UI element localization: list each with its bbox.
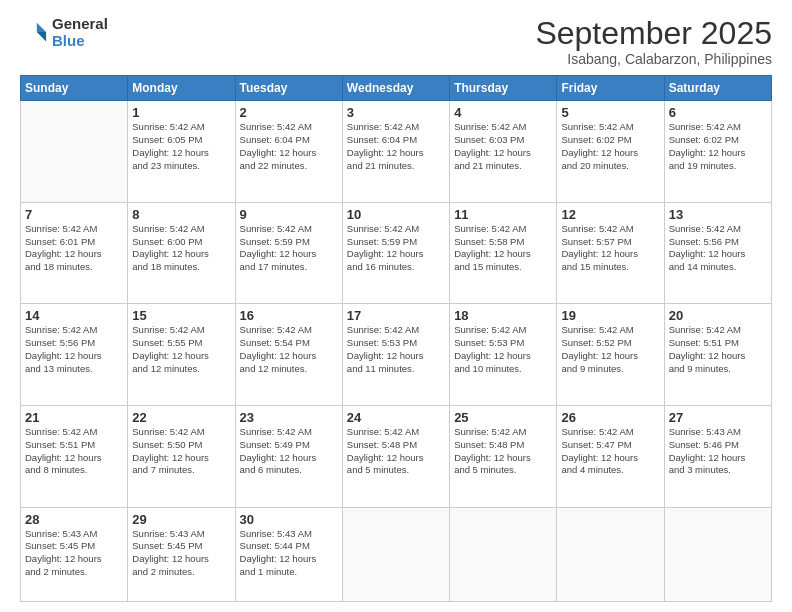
table-cell: 16Sunrise: 5:42 AM Sunset: 5:54 PM Dayli… (235, 304, 342, 406)
table-cell: 3Sunrise: 5:42 AM Sunset: 6:04 PM Daylig… (342, 101, 449, 203)
day-number: 20 (669, 308, 767, 323)
week-row-0: 1Sunrise: 5:42 AM Sunset: 6:05 PM Daylig… (21, 101, 772, 203)
table-cell (21, 101, 128, 203)
day-number: 27 (669, 410, 767, 425)
day-info: Sunrise: 5:42 AM Sunset: 6:04 PM Dayligh… (240, 121, 338, 172)
page: General Blue September 2025 Isabang, Cal… (0, 0, 792, 612)
week-row-1: 7Sunrise: 5:42 AM Sunset: 6:01 PM Daylig… (21, 202, 772, 304)
day-number: 22 (132, 410, 230, 425)
day-number: 23 (240, 410, 338, 425)
day-number: 5 (561, 105, 659, 120)
col-tuesday: Tuesday (235, 76, 342, 101)
day-info: Sunrise: 5:42 AM Sunset: 5:59 PM Dayligh… (240, 223, 338, 274)
week-row-4: 28Sunrise: 5:43 AM Sunset: 5:45 PM Dayli… (21, 507, 772, 602)
day-number: 8 (132, 207, 230, 222)
title-section: September 2025 Isabang, Calabarzon, Phil… (535, 16, 772, 67)
logo-icon (20, 19, 48, 47)
day-number: 2 (240, 105, 338, 120)
day-number: 30 (240, 512, 338, 527)
day-number: 9 (240, 207, 338, 222)
day-info: Sunrise: 5:42 AM Sunset: 5:58 PM Dayligh… (454, 223, 552, 274)
day-info: Sunrise: 5:42 AM Sunset: 5:49 PM Dayligh… (240, 426, 338, 477)
table-cell: 21Sunrise: 5:42 AM Sunset: 5:51 PM Dayli… (21, 405, 128, 507)
day-number: 19 (561, 308, 659, 323)
table-cell: 27Sunrise: 5:43 AM Sunset: 5:46 PM Dayli… (664, 405, 771, 507)
day-number: 29 (132, 512, 230, 527)
day-info: Sunrise: 5:42 AM Sunset: 5:52 PM Dayligh… (561, 324, 659, 375)
table-cell: 14Sunrise: 5:42 AM Sunset: 5:56 PM Dayli… (21, 304, 128, 406)
table-cell (450, 507, 557, 602)
day-info: Sunrise: 5:43 AM Sunset: 5:46 PM Dayligh… (669, 426, 767, 477)
day-number: 18 (454, 308, 552, 323)
table-cell: 24Sunrise: 5:42 AM Sunset: 5:48 PM Dayli… (342, 405, 449, 507)
table-cell: 28Sunrise: 5:43 AM Sunset: 5:45 PM Dayli… (21, 507, 128, 602)
table-cell: 7Sunrise: 5:42 AM Sunset: 6:01 PM Daylig… (21, 202, 128, 304)
table-cell: 13Sunrise: 5:42 AM Sunset: 5:56 PM Dayli… (664, 202, 771, 304)
day-info: Sunrise: 5:42 AM Sunset: 6:00 PM Dayligh… (132, 223, 230, 274)
day-info: Sunrise: 5:42 AM Sunset: 5:51 PM Dayligh… (669, 324, 767, 375)
col-thursday: Thursday (450, 76, 557, 101)
day-number: 3 (347, 105, 445, 120)
week-row-2: 14Sunrise: 5:42 AM Sunset: 5:56 PM Dayli… (21, 304, 772, 406)
table-cell: 6Sunrise: 5:42 AM Sunset: 6:02 PM Daylig… (664, 101, 771, 203)
svg-marker-1 (37, 32, 46, 41)
day-info: Sunrise: 5:42 AM Sunset: 5:56 PM Dayligh… (25, 324, 123, 375)
day-info: Sunrise: 5:42 AM Sunset: 6:02 PM Dayligh… (669, 121, 767, 172)
subtitle: Isabang, Calabarzon, Philippines (535, 51, 772, 67)
day-number: 25 (454, 410, 552, 425)
col-saturday: Saturday (664, 76, 771, 101)
table-cell (557, 507, 664, 602)
main-title: September 2025 (535, 16, 772, 51)
table-cell: 17Sunrise: 5:42 AM Sunset: 5:53 PM Dayli… (342, 304, 449, 406)
day-info: Sunrise: 5:43 AM Sunset: 5:45 PM Dayligh… (132, 528, 230, 579)
table-cell: 25Sunrise: 5:42 AM Sunset: 5:48 PM Dayli… (450, 405, 557, 507)
table-cell: 19Sunrise: 5:42 AM Sunset: 5:52 PM Dayli… (557, 304, 664, 406)
svg-marker-0 (37, 22, 46, 31)
table-cell: 30Sunrise: 5:43 AM Sunset: 5:44 PM Dayli… (235, 507, 342, 602)
day-number: 4 (454, 105, 552, 120)
table-cell: 26Sunrise: 5:42 AM Sunset: 5:47 PM Dayli… (557, 405, 664, 507)
day-info: Sunrise: 5:43 AM Sunset: 5:45 PM Dayligh… (25, 528, 123, 579)
table-cell: 18Sunrise: 5:42 AM Sunset: 5:53 PM Dayli… (450, 304, 557, 406)
day-number: 13 (669, 207, 767, 222)
table-cell: 9Sunrise: 5:42 AM Sunset: 5:59 PM Daylig… (235, 202, 342, 304)
calendar-header-row: Sunday Monday Tuesday Wednesday Thursday… (21, 76, 772, 101)
table-cell: 29Sunrise: 5:43 AM Sunset: 5:45 PM Dayli… (128, 507, 235, 602)
day-info: Sunrise: 5:42 AM Sunset: 5:48 PM Dayligh… (454, 426, 552, 477)
table-cell: 1Sunrise: 5:42 AM Sunset: 6:05 PM Daylig… (128, 101, 235, 203)
day-info: Sunrise: 5:42 AM Sunset: 5:53 PM Dayligh… (347, 324, 445, 375)
day-info: Sunrise: 5:42 AM Sunset: 5:56 PM Dayligh… (669, 223, 767, 274)
day-info: Sunrise: 5:42 AM Sunset: 5:50 PM Dayligh… (132, 426, 230, 477)
table-cell (342, 507, 449, 602)
day-number: 12 (561, 207, 659, 222)
day-info: Sunrise: 5:42 AM Sunset: 5:48 PM Dayligh… (347, 426, 445, 477)
day-number: 28 (25, 512, 123, 527)
logo-text: General Blue (52, 16, 108, 49)
day-number: 6 (669, 105, 767, 120)
day-info: Sunrise: 5:43 AM Sunset: 5:44 PM Dayligh… (240, 528, 338, 579)
table-cell: 5Sunrise: 5:42 AM Sunset: 6:02 PM Daylig… (557, 101, 664, 203)
table-cell: 8Sunrise: 5:42 AM Sunset: 6:00 PM Daylig… (128, 202, 235, 304)
logo-blue: Blue (52, 33, 108, 50)
day-number: 21 (25, 410, 123, 425)
day-number: 14 (25, 308, 123, 323)
day-number: 24 (347, 410, 445, 425)
logo: General Blue (20, 16, 108, 49)
table-cell: 11Sunrise: 5:42 AM Sunset: 5:58 PM Dayli… (450, 202, 557, 304)
table-cell: 20Sunrise: 5:42 AM Sunset: 5:51 PM Dayli… (664, 304, 771, 406)
day-info: Sunrise: 5:42 AM Sunset: 5:55 PM Dayligh… (132, 324, 230, 375)
day-info: Sunrise: 5:42 AM Sunset: 5:51 PM Dayligh… (25, 426, 123, 477)
day-number: 7 (25, 207, 123, 222)
table-cell (664, 507, 771, 602)
day-number: 11 (454, 207, 552, 222)
day-number: 26 (561, 410, 659, 425)
calendar-table: Sunday Monday Tuesday Wednesday Thursday… (20, 75, 772, 602)
col-sunday: Sunday (21, 76, 128, 101)
table-cell: 22Sunrise: 5:42 AM Sunset: 5:50 PM Dayli… (128, 405, 235, 507)
day-number: 17 (347, 308, 445, 323)
week-row-3: 21Sunrise: 5:42 AM Sunset: 5:51 PM Dayli… (21, 405, 772, 507)
day-info: Sunrise: 5:42 AM Sunset: 5:54 PM Dayligh… (240, 324, 338, 375)
logo-general: General (52, 16, 108, 33)
day-info: Sunrise: 5:42 AM Sunset: 6:04 PM Dayligh… (347, 121, 445, 172)
day-info: Sunrise: 5:42 AM Sunset: 5:59 PM Dayligh… (347, 223, 445, 274)
